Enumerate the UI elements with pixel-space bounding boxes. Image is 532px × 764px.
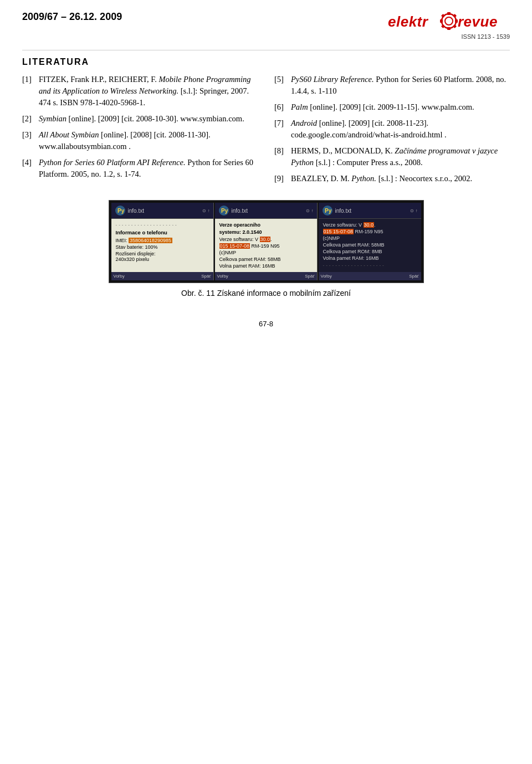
screen1-resolution: 240x320 pixelu	[116, 257, 209, 262]
screen3-cnmp: (c)NMP	[323, 235, 417, 241]
ref-text-6: Palm [online]. [2009] [cit. 2009-11-15].…	[291, 101, 510, 113]
screen2-os-version: systemu: 2.0.1540	[219, 229, 313, 235]
screen2-footer-left: Voľby	[217, 274, 228, 279]
screen3-icons: ⊙ ↑	[410, 208, 417, 213]
svg-rect-7	[441, 14, 445, 18]
screen2-sw-v: 30.0	[260, 237, 271, 242]
svg-rect-3	[447, 12, 451, 15]
reference-9: [9] BEAZLEY, D. M. Python. [s.l.] : Neoc…	[274, 173, 510, 184]
screen3-body: Verze softwaru: V 30.0. 015 15-07-08 RM-…	[319, 219, 421, 272]
svg-text:elektr: elektr	[388, 13, 429, 30]
svg-rect-8	[453, 14, 457, 18]
svg-text:Py: Py	[117, 208, 125, 214]
screen2-icons: ⊙ ↑	[306, 208, 313, 213]
issn-text: ISSN 1213 - 1539	[462, 33, 510, 40]
screen3-footer-right: Späť	[409, 274, 418, 279]
python-icon-3: Py	[322, 205, 333, 216]
screen3-date: 015 15-07-08	[323, 229, 354, 234]
ref-num-5: [5]	[274, 74, 291, 97]
svg-rect-10	[453, 24, 457, 28]
references-left: [1] FITZEK, Frank H.P., REICHERT, F. Mob…	[22, 74, 258, 189]
reference-5: [5] PyS60 Library Reference. Python for …	[274, 74, 510, 97]
phone-screen-1: Py info.txt ⊙ ↑ -------------------- Inf…	[111, 203, 214, 280]
svg-rect-9	[441, 24, 445, 28]
screen3-free-ram: Volna pamet RAM: 16MB	[323, 255, 417, 261]
logo-area: elektr revue ISSN 1213 - 1539	[388, 11, 510, 40]
screen1-header: Py info.txt ⊙ ↑	[111, 203, 213, 219]
logo-svg: elektr revue	[388, 11, 510, 32]
ref-num-2: [2]	[22, 113, 39, 125]
reference-2: [2] Symbian [online]. [2009] [cit. 2008-…	[22, 113, 258, 125]
screen3-build: 015 15-07-08 RM-159 N95	[323, 229, 417, 234]
page-number-area: 67-8	[22, 320, 510, 328]
screen2-sw-label: Verze softwaru: V 30.0.	[219, 237, 313, 242]
screen2-title: info.txt	[232, 208, 304, 214]
ref-text-4: Python for Series 60 Platform API Refere…	[39, 157, 258, 180]
screen2-footer-right: Späť	[305, 274, 314, 279]
screen1-title: info.txt	[128, 208, 201, 214]
section-title: Literatura	[22, 57, 510, 67]
ref-text-9: BEAZLEY, D. M. Python. [s.l.] : Neocorte…	[291, 173, 510, 184]
ref-text-2: Symbian [online]. [2009] [cit. 2008-10-3…	[39, 113, 258, 125]
ref-num-4: [4]	[22, 157, 39, 180]
header-divider	[22, 50, 510, 50]
screen2-os-label: Verze operacniho	[219, 222, 313, 228]
reference-7: [7] Android [online]. [2009] [cit. 2008-…	[274, 117, 510, 141]
screen2-build: 015 15-07-08 RM-159 N95	[219, 243, 313, 249]
screen2-free-ram: Volna pamet RAM: 16MB	[219, 263, 313, 269]
screen2-body: Verze operacniho systemu: 2.0.1540 Verze…	[215, 219, 317, 272]
screen2-ram: Celkova pamet RAM: 58MB	[219, 257, 313, 262]
svg-text:revue: revue	[458, 13, 498, 30]
phone-screen-2: Py info.txt ⊙ ↑ Verze operacniho systemu…	[215, 203, 318, 280]
reference-6: [6] Palm [online]. [2009] [cit. 2009-11-…	[274, 101, 510, 113]
screen1-imei-value: 358064018290985	[129, 238, 172, 243]
screen1-footer-right: Späť	[201, 274, 211, 279]
ref-num-3: [3]	[22, 129, 39, 152]
python-icon-1: Py	[115, 205, 126, 216]
ref-text-1: FITZEK, Frank H.P., REICHERT, F. Mobile …	[39, 74, 258, 109]
screen1-section-title: Informace o telefonu	[116, 229, 209, 235]
references-section: [1] FITZEK, Frank H.P., REICHERT, F. Mob…	[22, 74, 510, 189]
reference-1: [1] FITZEK, Frank H.P., REICHERT, F. Mob…	[22, 74, 258, 109]
ref-num-7: [7]	[274, 117, 291, 141]
screen3-title: info.txt	[335, 208, 408, 214]
ref-text-5: PyS60 Library Reference. Python for Seri…	[291, 74, 510, 97]
svg-point-2	[445, 17, 453, 25]
screen3-ram-total: Celkova pamet RAM: 58MB	[323, 242, 417, 248]
reference-4: [4] Python for Series 60 Platform API Re…	[22, 157, 258, 180]
ref-num-6: [6]	[274, 101, 291, 113]
ref-num-9: [9]	[274, 173, 291, 184]
screen3-v-val: 30.0	[364, 222, 375, 228]
ref-text-8: HERMS, D., MCDONALD, K. Začínáme program…	[291, 145, 510, 168]
reference-3: [3] All About Symbian [online]. [2008] […	[22, 129, 258, 152]
logo: elektr revue	[388, 11, 510, 32]
screen1-footer-left: Voľby	[114, 274, 125, 279]
references-right: [5] PyS60 Library Reference. Python for …	[274, 74, 510, 189]
svg-text:Py: Py	[325, 208, 332, 214]
ref-num-8: [8]	[274, 145, 291, 168]
screen3-footer-left: Voľby	[321, 274, 332, 279]
screen2-date: 015 15-07-08	[219, 243, 250, 249]
screen3-footer: Voľby Späť	[319, 272, 421, 280]
screen1-body: -------------------- Informace o telefon…	[111, 219, 213, 272]
ref-num-1: [1]	[22, 74, 39, 109]
svg-rect-4	[447, 27, 451, 30]
svg-rect-5	[440, 19, 443, 23]
screen1-display: Rozliseni displeje:	[116, 251, 209, 257]
screen1-imei-label: IMEI: 358064018290985	[116, 238, 209, 243]
screen3-header: Py info.txt ⊙ ↑	[319, 203, 421, 219]
screen2-footer: Voľby Späť	[215, 272, 317, 280]
screen3-sw-v: Verze softwaru: V 30.0.	[323, 222, 417, 228]
page-header: 2009/67 – 26.12. 2009 elektr revue	[22, 11, 510, 40]
reference-8: [8] HERMS, D., MCDONALD, K. Začínáme pro…	[274, 145, 510, 168]
svg-text:Py: Py	[221, 208, 228, 214]
python-icon-2: Py	[218, 205, 229, 216]
screen1-dash-top: --------------------	[116, 222, 209, 227]
phone-screen-3: Py info.txt ⊙ ↑ Verze softwaru: V 30.0. …	[319, 203, 421, 280]
screen2-header: Py info.txt ⊙ ↑	[215, 203, 317, 219]
page-title: 2009/67 – 26.12. 2009	[22, 11, 122, 23]
screen1-footer: Voľby Späť	[111, 272, 213, 280]
page-number: 67-8	[259, 320, 273, 328]
screen1-battery: Stav baterie: 100%	[116, 244, 209, 250]
figure-container: Py info.txt ⊙ ↑ -------------------- Inf…	[22, 200, 510, 298]
